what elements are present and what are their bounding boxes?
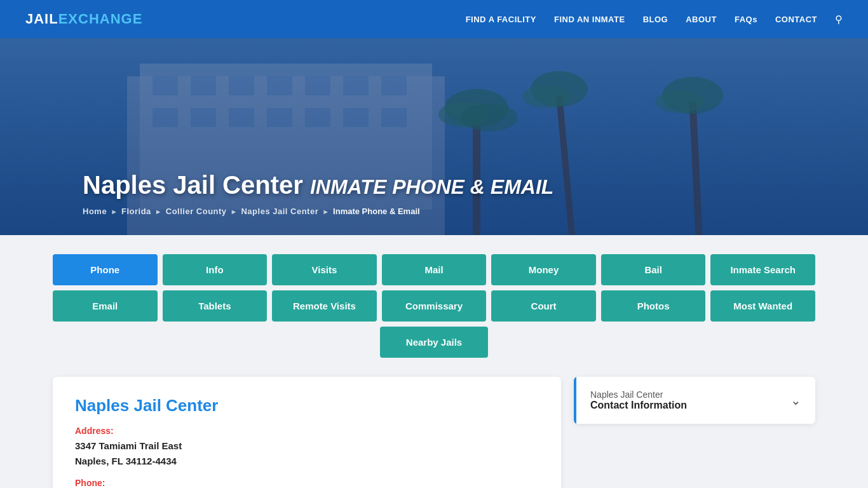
hero-section: Naples Jail Center INMATE PHONE & EMAIL … [0,38,868,235]
btn-commissary[interactable]: Commissary [382,290,487,322]
nav-find-facility[interactable]: FIND A FACILITY [466,15,536,24]
breadcrumb-collier-county[interactable]: Collier County [166,207,227,216]
facility-name: Naples Jail Center [75,396,539,416]
breadcrumb-sep-1: ► [111,208,118,215]
btn-inmate-search[interactable]: Inmate Search [710,254,815,285]
breadcrumb-florida[interactable]: Florida [121,207,151,216]
nav-buttons-row2: Email Tablets Remote Visits Commissary C… [53,290,815,322]
breadcrumb: Home ► Florida ► Collier County ► Naples… [83,207,868,216]
btn-mail[interactable]: Mail [382,254,487,285]
nav-buttons-row1: Phone Info Visits Mail Money Bail Inmate… [53,254,815,285]
address-label: Address: [75,426,539,436]
address-line1: 3347 Tamiami Trail East [75,438,539,454]
btn-most-wanted[interactable]: Most Wanted [710,290,815,322]
nav-find-inmate[interactable]: FIND AN INMATE [554,15,625,24]
nav-about[interactable]: ABOUT [686,15,717,24]
main-nav: FIND A FACILITY FIND AN INMATE BLOG ABOU… [466,13,843,25]
breadcrumb-sep-2: ► [155,208,162,215]
btn-court[interactable]: Court [491,290,596,322]
hero-content: Naples Jail Center INMATE PHONE & EMAIL … [83,171,868,216]
btn-visits[interactable]: Visits [272,254,377,285]
btn-money[interactable]: Money [491,254,596,285]
site-header: JAILEXCHANGE FIND A FACILITY FIND AN INM… [0,0,868,38]
chevron-down-icon: ⌄ [790,393,801,408]
search-button[interactable]: ⚲ [835,13,843,25]
facility-address: 3347 Tamiami Trail East Naples, FL 34112… [75,438,539,469]
hero-title-italic: INMATE PHONE & EMAIL [310,175,553,198]
sidebar-title: Contact Information [590,400,687,411]
btn-phone[interactable]: Phone [53,254,158,285]
contact-info-header[interactable]: Naples Jail Center Contact Information ⌄ [574,377,815,424]
site-logo[interactable]: JAILEXCHANGE [25,11,142,27]
page-title: Naples Jail Center INMATE PHONE & EMAIL [83,171,868,199]
nav-faqs[interactable]: FAQs [735,15,757,24]
nav-buttons-row3: Nearby Jails [53,327,815,358]
address-line2: Naples, FL 34112-4434 [75,454,539,469]
btn-bail[interactable]: Bail [601,254,706,285]
btn-info[interactable]: Info [163,254,268,285]
breadcrumb-sep-4: ► [322,208,329,215]
btn-tablets[interactable]: Tablets [163,290,268,322]
btn-nearby-jails[interactable]: Nearby Jails [380,327,488,358]
nav-contact[interactable]: CONTACT [775,15,817,24]
contact-info-sidebar: Naples Jail Center Contact Information ⌄ [574,377,815,424]
facility-info-card: Naples Jail Center Address: 3347 Tamiami… [53,377,561,488]
logo-exchange: EXCHANGE [58,11,143,27]
sidebar-header-text: Naples Jail Center Contact Information [590,390,687,411]
phone-label: Phone: [75,478,539,488]
breadcrumb-home[interactable]: Home [83,207,107,216]
breadcrumb-sep-3: ► [231,208,238,215]
hero-title-main: Naples Jail Center [83,171,303,199]
breadcrumb-naples-jail[interactable]: Naples Jail Center [241,207,318,216]
lower-content: Naples Jail Center Address: 3347 Tamiami… [53,377,815,488]
breadcrumb-current: Inmate Phone & Email [333,207,420,216]
btn-remote-visits[interactable]: Remote Visits [272,290,377,322]
btn-email[interactable]: Email [53,290,158,322]
nav-blog[interactable]: BLOG [643,15,668,24]
sidebar-subtitle: Naples Jail Center [590,390,663,400]
main-content: Phone Info Visits Mail Money Bail Inmate… [40,235,828,488]
btn-photos[interactable]: Photos [601,290,706,322]
logo-jail: JAIL [25,11,58,27]
